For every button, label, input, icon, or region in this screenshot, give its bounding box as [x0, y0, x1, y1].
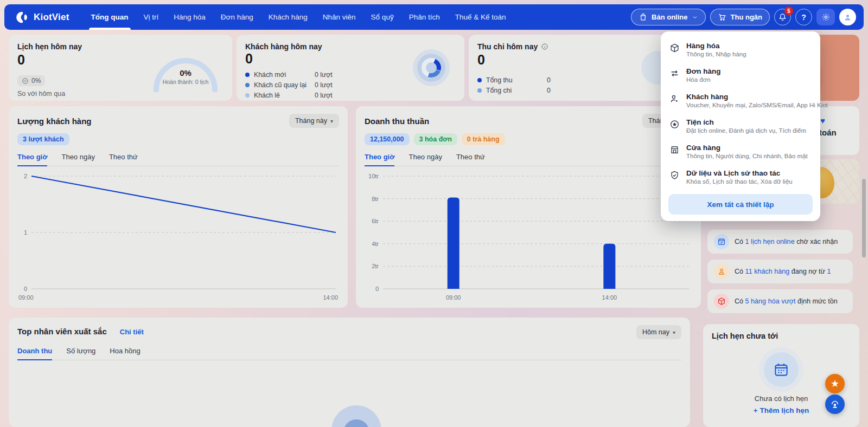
- nav-item-Thuế & Kế toán[interactable]: Thuế & Kế toán: [448, 4, 514, 30]
- view-all-settings-button[interactable]: Xem tất cả thiết lập: [668, 194, 813, 215]
- ban-online-button[interactable]: Bán online: [631, 9, 705, 25]
- top-navbar: KiotViet Tổng quanVị tríHàng hóaĐơn hàng…: [4, 4, 864, 30]
- tab-Theo ngày[interactable]: Theo ngày: [409, 153, 442, 166]
- minus-circle-icon: [22, 77, 29, 85]
- appointments-card: Lịch hẹn hôm nay 0 0% So với hôm qua 0% …: [9, 35, 232, 101]
- legend-dot: [477, 88, 482, 93]
- revenue-bar-chart: 10tr8tr6tr4tr2tr009:0014:00: [365, 169, 692, 303]
- nav-item-Hàng hóa[interactable]: Hàng hóa: [166, 4, 213, 30]
- revenue-badge: 3 hóa đơn: [414, 133, 457, 145]
- tab-Theo ngày[interactable]: Theo ngày: [61, 153, 94, 166]
- transfer-icon: [669, 68, 680, 79]
- cart-icon: [718, 12, 727, 22]
- rating-fab-button[interactable]: ★: [825, 374, 845, 393]
- notification-link[interactable]: 5 hàng hóa vượt: [745, 297, 796, 305]
- staff-period-dropdown[interactable]: Hôm nay▾: [636, 325, 681, 339]
- notification-link[interactable]: 11 khách hàng: [745, 268, 790, 275]
- nav-menu: Tổng quanVị tríHàng hóaĐơn hàngKhách hàn…: [84, 4, 514, 30]
- kiotviet-logo-icon: [15, 10, 29, 24]
- person-icon: [714, 264, 729, 279]
- thu-ngan-button[interactable]: Thu ngân: [710, 9, 770, 25]
- staff-detail-link[interactable]: Chi tiết: [120, 328, 144, 336]
- tab-Số lượng[interactable]: Số lượng: [66, 347, 95, 360]
- svg-text:1: 1: [24, 229, 27, 236]
- settings-item-subtitle: Đặt lịch online, Đánh giá dịch vụ, Tích …: [686, 127, 806, 134]
- nav-item-Khách hàng[interactable]: Khách hàng: [261, 4, 315, 30]
- tab-Theo giờ[interactable]: Theo giờ: [365, 153, 394, 166]
- info-icon[interactable]: [541, 43, 548, 50]
- cube-icon: [669, 43, 680, 53]
- tab-Theo giờ[interactable]: Theo giờ: [17, 153, 47, 166]
- svg-text:4tr: 4tr: [372, 241, 379, 247]
- scrollbar-thumb[interactable]: [862, 179, 866, 257]
- legend-label: Khách lẻ: [254, 92, 315, 99]
- settings-menu-item-Tiện ích[interactable]: Tiện íchĐặt lịch online, Đánh giá dịch v…: [661, 113, 820, 139]
- notification-stock[interactable]: Có 5 hàng hóa vượt định mức tồn: [707, 289, 853, 313]
- svg-text:2tr: 2tr: [372, 263, 379, 269]
- revenue-title: Doanh thu thuần: [365, 117, 429, 126]
- chevron-down-icon: ▾: [673, 329, 675, 335]
- staff-tabs: Doanh thuSố lượngHoa hồng: [17, 347, 681, 360]
- user-avatar[interactable]: [839, 9, 856, 25]
- gauge-label: Hoàn thành: 0 lịch: [150, 79, 221, 85]
- notification-plain: Có: [735, 297, 745, 305]
- nav-item-Sổ quỹ[interactable]: Sổ quỹ: [363, 4, 401, 30]
- accounting-icon: ♥: [820, 116, 825, 125]
- nav-item-Vị trí[interactable]: Vị trí: [136, 4, 167, 30]
- settings-menu-item-Khách hàng[interactable]: Khách hàngVoucher, Khuyến mại, Zalo/SMS/…: [661, 88, 820, 113]
- notification-plain: đang nợ từ: [789, 268, 827, 275]
- notification-debt[interactable]: Có 11 khách hàng đang nợ từ 1: [707, 260, 853, 283]
- svg-text:6tr: 6tr: [372, 218, 379, 224]
- notification-link[interactable]: 1: [827, 268, 831, 275]
- staff-empty-illustration: [331, 405, 381, 427]
- revenue-badge: 0 trả hàng: [462, 133, 505, 145]
- notification-link[interactable]: 1 lịch hẹn online: [745, 238, 795, 245]
- revenue-tabs: Theo giờTheo ngàyTheo thứ: [365, 153, 692, 166]
- nav-item-Nhân viên[interactable]: Nhân viên: [315, 4, 363, 30]
- legend-value: 0: [547, 76, 551, 84]
- legend-dot: [245, 73, 250, 77]
- svg-text:09:00: 09:00: [446, 294, 461, 301]
- chevron-down-icon: [692, 14, 698, 21]
- shield-check-icon: [669, 170, 680, 180]
- upcoming-title: Lịch hẹn chưa tới: [712, 332, 851, 340]
- star-icon: ★: [831, 378, 839, 390]
- legend-dot: [245, 83, 250, 87]
- legend-value: 0 lượt: [315, 71, 333, 79]
- revenue-badge: 12,150,000: [365, 133, 410, 145]
- notification-count-badge: 5: [784, 7, 793, 15]
- thu-ngan-label: Thu ngân: [731, 13, 763, 21]
- nav-item-Phân tích[interactable]: Phân tích: [401, 4, 448, 30]
- revenue-badges: 12,150,0003 hóa đơn0 trả hàng: [365, 133, 692, 145]
- visitors-period-dropdown[interactable]: Tháng này▾: [289, 114, 339, 128]
- svg-text:0: 0: [375, 286, 379, 292]
- tab-Hoa hồng[interactable]: Hoa hồng: [110, 347, 140, 360]
- revenue-panel: Doanh thu thuần Tháng này▾ 12,150,0003 h…: [356, 106, 701, 308]
- tab-Doanh thu[interactable]: Doanh thu: [17, 347, 52, 360]
- kiotviet-logo[interactable]: KiotViet: [15, 10, 69, 24]
- legend-label: Khách cũ quay lại: [254, 81, 315, 89]
- legend-row: Khách lẻ0 lượt: [245, 92, 456, 99]
- notifications-button[interactable]: 5: [774, 9, 791, 25]
- svg-text:14:00: 14:00: [323, 294, 338, 301]
- settings-item-subtitle: Thông tin, Nhập hàng: [686, 51, 746, 57]
- help-button[interactable]: ?: [795, 9, 812, 25]
- settings-menu-item-Đơn hàng[interactable]: Đơn hàngHóa đơn: [661, 62, 820, 88]
- settings-menu-item-Hàng hóa[interactable]: Hàng hóaThông tin, Nhập hàng: [661, 37, 820, 62]
- notification-appointments[interactable]: Có 1 lịch hẹn online chờ xác nhận: [707, 230, 853, 254]
- support-fab-button[interactable]: [825, 394, 845, 414]
- store-icon: [669, 145, 680, 155]
- legend-value: 0: [547, 87, 551, 94]
- notification-plain: chờ xác nhận: [795, 238, 838, 245]
- cashflow-title: Thu chi hôm nay: [477, 42, 692, 51]
- settings-menu-item-Cửa hàng[interactable]: Cửa hàngThông tin, Người dùng, Chi nhánh…: [661, 139, 820, 164]
- settings-menu-item-Dữ liệu và Lịch sử thao tác[interactable]: Dữ liệu và Lịch sử thao tácKhóa sổ, Lịch…: [661, 164, 820, 190]
- visitors-tabs: Theo giờTheo ngàyTheo thứ: [17, 153, 339, 166]
- legend-dot: [477, 78, 482, 82]
- tab-Theo thứ[interactable]: Theo thứ: [456, 153, 485, 166]
- customer-icon: [669, 94, 680, 104]
- nav-item-Tổng quan[interactable]: Tổng quan: [84, 4, 136, 30]
- tab-Theo thứ[interactable]: Theo thứ: [109, 153, 138, 166]
- nav-item-Đơn hàng[interactable]: Đơn hàng: [213, 4, 261, 30]
- settings-button[interactable]: [816, 9, 835, 25]
